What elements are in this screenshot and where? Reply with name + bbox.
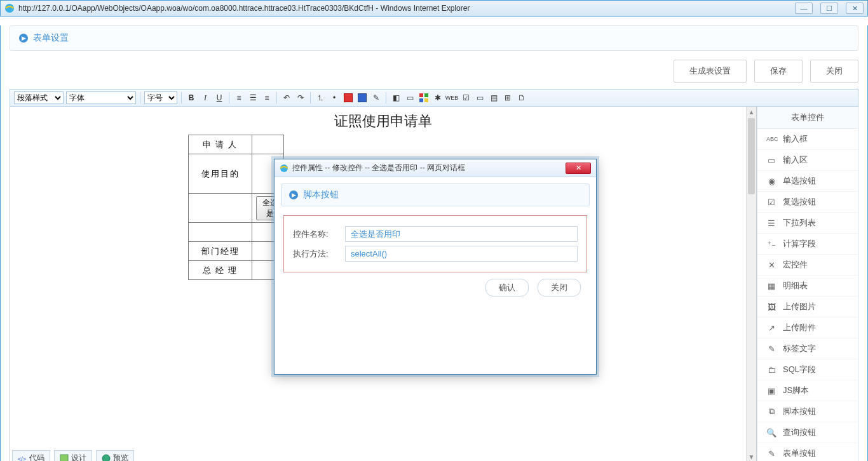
macro-icon: ✕ xyxy=(766,260,776,270)
sidebar-item-label: 下拉列表 xyxy=(783,217,816,229)
undo-button[interactable]: ↶ xyxy=(281,92,292,104)
align-left-button[interactable]: ≡ xyxy=(233,92,245,104)
search-icon: 🔍 xyxy=(766,428,776,438)
window-controls: — ☐ ✕ xyxy=(795,3,864,14)
dialog-fields: 控件名称: 执行方法: xyxy=(283,215,587,272)
tool-icon[interactable]: ▭ xyxy=(404,92,416,104)
separator xyxy=(276,92,277,104)
dialog-close-button[interactable]: ✕ xyxy=(566,163,591,174)
scroll-up-icon[interactable]: ▲ xyxy=(747,107,756,117)
label-dept-mgr: 部门经理 xyxy=(189,242,252,261)
tab-code[interactable]: </>代码 xyxy=(12,450,50,461)
paragraph-style-select[interactable]: 段落样式 xyxy=(14,91,64,104)
list-icon: ☰ xyxy=(766,218,776,228)
sidebar: 表单控件 ABC输入框 ▭输入区 ◉单选按钮 ☑复选按钮 ☰下拉列表 ⁺₋计算字… xyxy=(757,107,858,461)
close-window-button[interactable]: ✕ xyxy=(846,3,864,14)
sidebar-item-macro[interactable]: ✕宏控件 xyxy=(757,255,858,276)
sidebar-item-label[interactable]: ✎标签文字 xyxy=(757,338,858,359)
svg-rect-2 xyxy=(424,93,428,97)
sidebar-item-upload-file[interactable]: ↗上传附件 xyxy=(757,317,858,338)
sidebar-item-sql[interactable]: 🗀SQL字段 xyxy=(757,359,858,380)
align-center-button[interactable]: ☰ xyxy=(247,92,259,104)
sidebar-item-label: 输入框 xyxy=(783,133,808,145)
tool-icon[interactable]: ◧ xyxy=(390,92,402,104)
ie-icon xyxy=(4,3,15,13)
tool-icon[interactable]: WEB xyxy=(446,92,458,104)
table-row xyxy=(189,223,284,242)
save-button[interactable]: 保存 xyxy=(754,60,803,83)
table-row: 部门经理 xyxy=(189,242,284,261)
sidebar-item-detail[interactable]: ▦明细表 xyxy=(757,276,858,297)
bg-color-icon[interactable] xyxy=(356,92,368,104)
sidebar-item-select[interactable]: ☰下拉列表 xyxy=(757,213,858,234)
control-name-input[interactable] xyxy=(345,226,578,242)
cell-applicant[interactable] xyxy=(252,135,284,154)
minimize-button[interactable]: — xyxy=(795,3,813,14)
close-button[interactable]: 关闭 xyxy=(810,60,858,83)
exec-method-input[interactable] xyxy=(345,246,578,262)
tool-icon[interactable]: ▤ xyxy=(488,92,499,104)
sidebar-item-calc[interactable]: ⁺₋计算字段 xyxy=(757,234,858,255)
sidebar-item-script-btn[interactable]: ⧉脚本按钮 xyxy=(757,401,858,422)
sidebar-item-radio[interactable]: ◉单选按钮 xyxy=(757,171,858,192)
tab-preview[interactable]: 预览 xyxy=(96,450,134,461)
dialog-title: 控件属性 -- 修改控件 -- 全选是否用印 -- 网页对话框 xyxy=(292,163,465,173)
script-icon: ▣ xyxy=(766,386,776,396)
editor-scrollbar[interactable]: ▲ ▼ xyxy=(746,107,756,461)
sidebar-item-checkbox[interactable]: ☑复选按钮 xyxy=(757,192,858,213)
align-right-button[interactable]: ≡ xyxy=(261,92,273,104)
dialog-titlebar[interactable]: 控件属性 -- 修改控件 -- 全选是否用印 -- 网页对话框 ✕ xyxy=(275,159,596,177)
control-properties-dialog: 控件属性 -- 修改控件 -- 全选是否用印 -- 网页对话框 ✕ ▶ 脚本按钮… xyxy=(274,159,597,375)
dialog-subtitle-bar: ▶ 脚本按钮 xyxy=(281,184,590,206)
tool-icon[interactable]: 🗋 xyxy=(516,92,527,104)
tool-icon[interactable]: ✱ xyxy=(432,92,444,104)
unordered-list-button[interactable]: • xyxy=(329,92,340,104)
scroll-down-icon[interactable]: ▼ xyxy=(747,451,756,461)
abc-icon: ABC xyxy=(766,136,776,142)
redo-button[interactable]: ↷ xyxy=(295,92,306,104)
dialog-cancel-button[interactable]: 关闭 xyxy=(538,279,581,297)
tool-icon[interactable]: ⊞ xyxy=(502,92,513,104)
sidebar-item-upload-image[interactable]: 🖼上传图片 xyxy=(757,297,858,317)
font-size-select[interactable]: 字号 xyxy=(144,91,177,104)
image-icon: 🖼 xyxy=(766,302,776,312)
sidebar-item-textarea[interactable]: ▭输入区 xyxy=(757,150,858,171)
cell-blank xyxy=(189,194,252,223)
separator xyxy=(229,92,229,104)
grid-icon: ▦ xyxy=(766,281,776,291)
field-row-name: 控件名称: xyxy=(293,226,578,242)
calc-icon: ⁺₋ xyxy=(766,239,776,249)
font-select[interactable]: 字体 xyxy=(66,91,136,104)
generate-table-button[interactable]: 生成表设置 xyxy=(674,60,747,83)
svg-rect-1 xyxy=(419,93,423,97)
svg-rect-4 xyxy=(424,98,428,102)
scroll-thumb[interactable] xyxy=(748,118,755,194)
svg-rect-3 xyxy=(419,98,423,102)
font-color-icon[interactable] xyxy=(342,92,354,104)
code-icon: </> xyxy=(18,454,27,462)
dialog-ok-button[interactable]: 确认 xyxy=(485,279,529,297)
maximize-button[interactable]: ☐ xyxy=(820,3,838,14)
clear-format-button[interactable]: ✎ xyxy=(370,92,382,104)
arrow-right-icon: ▶ xyxy=(289,190,298,199)
sidebar-item-form-btn[interactable]: ✎表单按钮 xyxy=(757,443,858,461)
italic-button[interactable]: I xyxy=(200,92,211,104)
window-titlebar: http://127.0.0.1/OAapp/WebObjects/OAapp.… xyxy=(0,0,868,17)
sidebar-item-query-btn[interactable]: 🔍查询按钮 xyxy=(757,422,858,443)
ordered-list-button[interactable]: ⒈ xyxy=(315,92,326,104)
bottom-tabs: </>代码 设计 预览 xyxy=(12,450,134,461)
bold-button[interactable]: B xyxy=(186,92,197,104)
svg-rect-6 xyxy=(60,455,68,462)
underline-button[interactable]: U xyxy=(214,92,225,104)
windows-icon[interactable] xyxy=(418,92,430,104)
tab-design[interactable]: 设计 xyxy=(54,450,92,461)
sidebar-item-input[interactable]: ABC输入框 xyxy=(757,129,858,150)
tool-icon[interactable]: ▭ xyxy=(474,92,485,104)
svg-point-7 xyxy=(102,455,110,462)
rect-icon: ▭ xyxy=(766,156,776,165)
sidebar-title: 表单控件 xyxy=(757,107,858,129)
arrow-right-icon: ▶ xyxy=(19,34,28,43)
tool-icon[interactable]: ☑ xyxy=(460,92,471,104)
sidebar-item-js[interactable]: ▣JS脚本 xyxy=(757,380,858,401)
sidebar-item-label: 计算字段 xyxy=(783,238,816,250)
